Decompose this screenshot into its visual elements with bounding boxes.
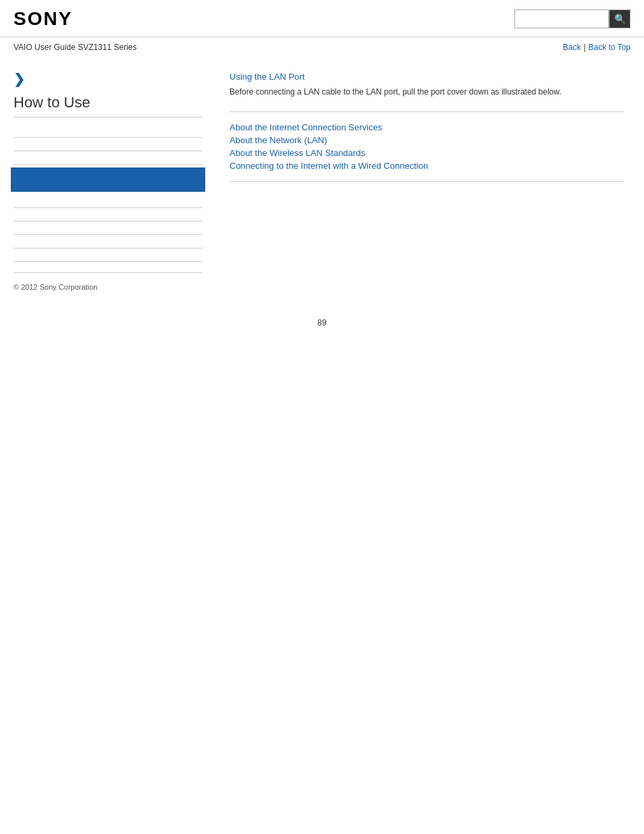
search-icon: 🔍 [614, 14, 626, 24]
copyright: © 2012 Sony Corporation [14, 283, 97, 291]
search-container: 🔍 [514, 9, 630, 28]
sidebar: ❯ How to Use © 2012 Sony Corporation [0, 57, 216, 305]
header: SONY 🔍 [0, 0, 644, 37]
content-title: Using the LAN Port [230, 71, 624, 82]
nav-item-2 [14, 138, 203, 151]
related-link-item-2: About the Network (LAN) [230, 135, 624, 145]
separator: | [583, 43, 585, 52]
main-container: ❯ How to Use © 2012 Sony Corporation Usi… [0, 57, 644, 305]
nav-item-1 [14, 124, 203, 138]
nav-item-8 [14, 235, 203, 249]
related-link-item-3: About the Wireless LAN Standards [230, 148, 624, 158]
related-link-item-4: Connecting to the Internet with a Wired … [230, 161, 624, 171]
search-button[interactable]: 🔍 [609, 9, 630, 28]
main-link[interactable]: Using the LAN Port [230, 72, 304, 82]
content-area: Using the LAN Port Before connecting a L… [216, 57, 644, 305]
nav-item-active[interactable] [11, 167, 205, 192]
breadcrumb-arrow: ❯ [14, 71, 203, 87]
sidebar-nav [14, 124, 203, 262]
related-link-item-1: About the Internet Connection Services [230, 122, 624, 132]
sidebar-title: How to Use [14, 94, 203, 118]
sidebar-footer: © 2012 Sony Corporation [14, 272, 203, 291]
nav-links: Back | Back to Top [563, 43, 630, 52]
related-link-2[interactable]: About the Network (LAN) [230, 135, 327, 145]
related-link-4[interactable]: Connecting to the Internet with a Wired … [230, 161, 428, 171]
sub-header: VAIO User Guide SVZ1311 Series Back | Ba… [0, 37, 644, 57]
nav-item-6 [14, 208, 203, 221]
content-description: Before connecting a LAN cable to the LAN… [230, 86, 624, 98]
content-divider-2 [230, 181, 624, 182]
nav-item-3 [14, 151, 203, 165]
page-number: 89 [0, 305, 644, 341]
search-input[interactable] [514, 9, 609, 28]
content-divider [230, 111, 624, 112]
guide-title: VAIO User Guide SVZ1311 Series [14, 43, 137, 52]
related-link-1[interactable]: About the Internet Connection Services [230, 122, 382, 132]
nav-item-7 [14, 221, 203, 235]
related-links-list: About the Internet Connection Services A… [230, 122, 624, 171]
back-link[interactable]: Back [563, 43, 581, 52]
nav-item-9 [14, 249, 203, 262]
back-to-top-link[interactable]: Back to Top [589, 43, 630, 52]
main-content-section: Using the LAN Port Before connecting a L… [230, 71, 624, 98]
nav-item-5 [14, 194, 203, 208]
sony-logo: SONY [14, 8, 72, 30]
related-link-3[interactable]: About the Wireless LAN Standards [230, 148, 365, 158]
